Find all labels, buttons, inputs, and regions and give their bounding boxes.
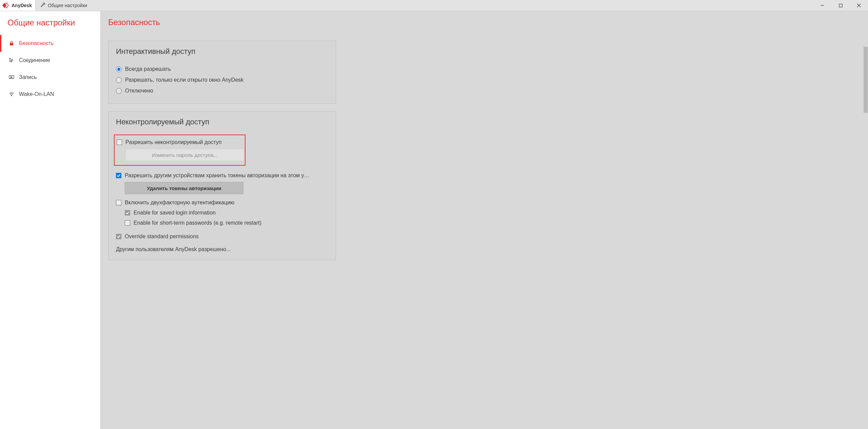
checkbox-icon [125, 220, 130, 226]
radio-always-allow[interactable]: Всегда разрешать [116, 64, 328, 74]
sidebar-item-label: Wake-On-LAN [19, 91, 54, 97]
svg-rect-4 [10, 43, 13, 45]
section-title: Неконтролируемый доступ [116, 118, 328, 126]
svg-point-6 [11, 95, 12, 96]
main-content: Интерактивный доступ Всегда разрешать Ра… [101, 33, 863, 429]
checkbox-enable-short-term[interactable]: Enable for short-term passwords (e.g. re… [125, 218, 328, 228]
checkbox-enable-2fa[interactable]: Включить двухфакторную аутентификацию [116, 198, 328, 208]
maximize-button[interactable] [831, 0, 850, 11]
main-panel: Безопасность Интерактивный доступ Всегда… [101, 11, 868, 429]
checkbox-allow-unattended[interactable]: Разрешить неконтролируемый доступ [117, 137, 241, 147]
minimize-button[interactable] [813, 0, 831, 11]
highlighted-unattended-box: Разрешить неконтролируемый доступ Измени… [114, 135, 245, 166]
section-title: Интерактивный доступ [116, 47, 328, 56]
section-unattended-access: Неконтролируемый доступ Разрешить неконт… [108, 111, 336, 260]
sidebar-item-label: Безопасность [19, 40, 54, 46]
checkbox-override-permissions[interactable]: Override standard permissions [116, 231, 328, 242]
sidebar: Общие настройки Безопасность Соединение … [0, 11, 101, 429]
sidebar-title: Общие настройки [0, 18, 100, 35]
checkbox-icon [117, 140, 122, 145]
play-screen-icon [9, 75, 18, 80]
checkbox-label: Разрешить неконтролируемый доступ [125, 139, 221, 145]
page-title: Безопасность [108, 18, 160, 27]
scrollbar-thumb[interactable] [864, 47, 868, 113]
sidebar-item-security[interactable]: Безопасность [0, 35, 100, 52]
main-header: Безопасность [101, 11, 868, 33]
window-controls [813, 0, 868, 11]
radio-label: Всегда разрешать [125, 66, 171, 72]
section-interactive-access: Интерактивный доступ Всегда разрешать Ра… [108, 41, 336, 104]
checkbox-icon [125, 210, 130, 216]
checkbox-allow-tokens[interactable]: Разрешить другим устройствам хранить ток… [116, 170, 328, 181]
lock-icon [9, 41, 18, 46]
button-label: Удалить токены авторизации [147, 185, 221, 191]
radio-icon [116, 77, 122, 83]
svg-rect-1 [839, 4, 842, 7]
permissions-footer-text: Другим пользователям AnyDesk разрешено..… [116, 246, 328, 252]
tab-settings[interactable]: Общие настройки [36, 0, 92, 11]
wrench-icon [40, 2, 48, 9]
checkbox-label: Enable for short-term passwords (e.g. re… [134, 220, 261, 226]
radio-label: Разрешать, только если открыто окно AnyD… [125, 77, 243, 83]
sidebar-item-connection[interactable]: Соединение [0, 52, 100, 69]
sidebar-item-recording[interactable]: Запись [0, 69, 100, 86]
radio-icon [116, 66, 122, 72]
delete-tokens-button[interactable]: Удалить токены авторизации [125, 182, 243, 194]
scrollbar[interactable] [863, 33, 868, 429]
checkbox-enable-saved-login[interactable]: Enable for saved login information [125, 208, 328, 218]
radio-icon [116, 88, 122, 94]
anydesk-logo-icon [2, 2, 9, 9]
checkbox-label: Разрешить другим устройствам хранить ток… [125, 172, 310, 179]
sidebar-item-label: Запись [19, 74, 37, 80]
radio-label: Отключено [125, 88, 153, 94]
radio-disabled[interactable]: Отключено [116, 86, 328, 96]
radio-allow-if-window[interactable]: Разрешать, только если открыто окно AnyD… [116, 75, 328, 85]
checkbox-icon [116, 200, 121, 205]
sidebar-item-label: Соединение [19, 57, 50, 63]
titlebar: AnyDesk Общие настройки [0, 0, 868, 11]
titlebar-app[interactable]: AnyDesk [0, 0, 36, 11]
wifi-icon [9, 91, 18, 97]
checkbox-icon [116, 173, 121, 178]
change-password-button: Изменить пароль доступа... [125, 149, 244, 161]
checkbox-icon [116, 234, 121, 239]
app-name: AnyDesk [12, 3, 32, 8]
checkbox-label: Включить двухфакторную аутентификацию [125, 200, 234, 206]
checkbox-label: Enable for saved login information [134, 210, 216, 216]
button-label: Изменить пароль доступа... [152, 152, 217, 158]
close-button[interactable] [850, 0, 868, 11]
cursor-icon [9, 58, 18, 63]
sidebar-item-wol[interactable]: Wake-On-LAN [0, 86, 100, 103]
tab-label: Общие настройки [48, 3, 87, 8]
checkbox-label: Override standard permissions [125, 233, 199, 240]
